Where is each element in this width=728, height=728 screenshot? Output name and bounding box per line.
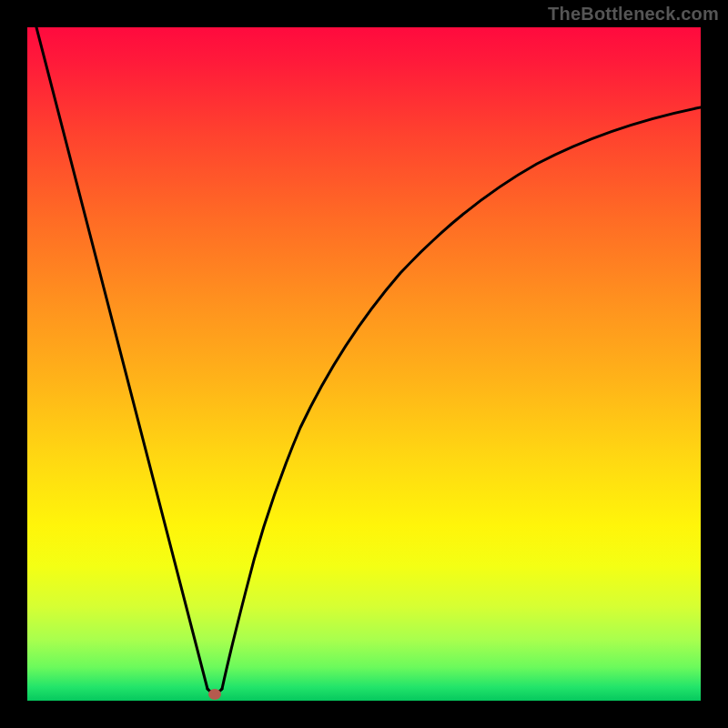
curve-right-branch xyxy=(222,107,701,689)
curve-layer xyxy=(27,27,701,701)
curve-left-branch xyxy=(36,27,207,689)
chart-frame: TheBottleneck.com xyxy=(0,0,728,728)
min-marker xyxy=(208,689,221,700)
plot-area xyxy=(27,27,701,701)
watermark-text: TheBottleneck.com xyxy=(548,4,719,25)
